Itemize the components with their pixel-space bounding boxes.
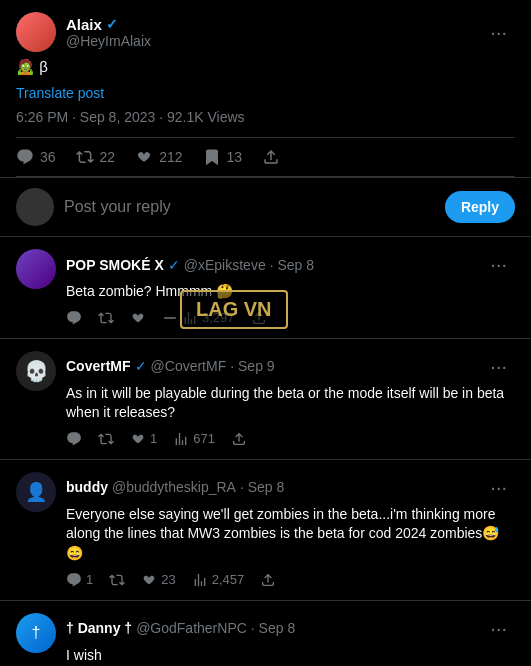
reply-submit-button[interactable]: Reply xyxy=(445,191,515,223)
comment-text: I wish xyxy=(66,646,515,666)
comment-more-button[interactable]: ··· xyxy=(482,472,515,503)
comment-time: · Sep 9 xyxy=(230,358,274,374)
comment-share-action[interactable] xyxy=(251,310,267,326)
post-actions-row: 36 22 212 13 xyxy=(16,137,515,177)
svg-rect-0 xyxy=(164,317,176,318)
comment-retweet-action[interactable] xyxy=(98,431,114,447)
reply-avatar xyxy=(16,188,54,226)
comment-avatar xyxy=(16,249,56,289)
comment-like-action[interactable]: 23 xyxy=(141,572,175,588)
comment-share-action[interactable] xyxy=(231,431,247,447)
comment-item: POP SMOKÉ X ✓ @xEpiksteve · Sep 8 ··· Be… xyxy=(0,237,531,339)
comment-reply-action[interactable] xyxy=(66,431,82,447)
comment-retweet-action[interactable] xyxy=(98,310,114,326)
commenter-handle: @CovertMF xyxy=(151,358,227,374)
comment-views-action: 671 xyxy=(173,431,215,447)
more-options-button[interactable]: ··· xyxy=(482,17,515,48)
commenter-handle: @buddytheskip_RA xyxy=(112,479,236,495)
translate-link[interactable]: Translate post xyxy=(16,85,515,101)
commenter-name: CovertMF xyxy=(66,358,131,374)
commenter-handle: @xEpiksteve xyxy=(184,257,266,273)
author-display-name: Alaix ✓ xyxy=(66,16,151,33)
reply-input[interactable] xyxy=(64,198,435,216)
commenter-name: buddy xyxy=(66,479,108,495)
commenter-name: POP SMOKÉ X xyxy=(66,257,164,273)
comment-retweet-action[interactable] xyxy=(109,572,125,588)
comment-more-button[interactable]: ··· xyxy=(482,249,515,280)
comment-avatar: † xyxy=(16,613,56,653)
comment-avatar: 💀 xyxy=(16,351,56,391)
retweet-action[interactable]: 22 xyxy=(76,148,116,166)
comment-avatar: 👤 xyxy=(16,472,56,512)
comment-reply-action[interactable]: 1 xyxy=(66,572,93,588)
comment-text: Everyone else saying we'll get zombies i… xyxy=(66,505,515,564)
comment-item: 👤 buddy @buddytheskip_RA · Sep 8 ··· Eve… xyxy=(0,460,531,601)
verified-icon: ✓ xyxy=(135,358,147,374)
verified-icon: ✓ xyxy=(168,257,180,273)
comment-like-action[interactable] xyxy=(130,310,146,326)
comment-text: Beta zombie? Hmmmm 🤔 xyxy=(66,282,515,302)
author-handle: @HeyImAlaix xyxy=(66,33,151,49)
like-action[interactable]: 212 xyxy=(135,148,182,166)
share-action[interactable] xyxy=(262,148,280,166)
bookmark-action[interactable]: 13 xyxy=(203,148,243,166)
comment-more-button[interactable]: ··· xyxy=(482,351,515,382)
comment-time: · Sep 8 xyxy=(270,257,314,273)
comment-views-action: 3,297 xyxy=(162,310,235,326)
verified-icon: ✓ xyxy=(106,16,118,32)
comment-time: · Sep 8 xyxy=(240,479,284,495)
comment-time: · Sep 8 xyxy=(251,620,295,636)
comment-share-action[interactable] xyxy=(260,572,276,588)
post-timestamp: 6:26 PM · Sep 8, 2023 · 92.1K Views xyxy=(16,109,515,125)
comment-reply-action[interactable] xyxy=(66,310,82,326)
comment-text: As in it will be playable during the bet… xyxy=(66,384,515,423)
comment-more-button[interactable]: ··· xyxy=(482,613,515,644)
reply-box: Reply xyxy=(0,178,531,237)
comment-action[interactable]: 36 xyxy=(16,148,56,166)
post-content: 🧟 β xyxy=(16,56,515,77)
comment-item: 💀 CovertMF ✓ @CovertMF · Sep 9 ··· As in… xyxy=(0,339,531,460)
comment-item: † † Danny † @GodFatherNPC · Sep 8 ··· I … xyxy=(0,601,531,666)
comment-like-action[interactable]: 1 xyxy=(130,431,157,447)
comment-views-action: 2,457 xyxy=(192,572,245,588)
commenter-name: † Danny † xyxy=(66,620,132,636)
commenter-handle: @GodFatherNPC xyxy=(136,620,247,636)
